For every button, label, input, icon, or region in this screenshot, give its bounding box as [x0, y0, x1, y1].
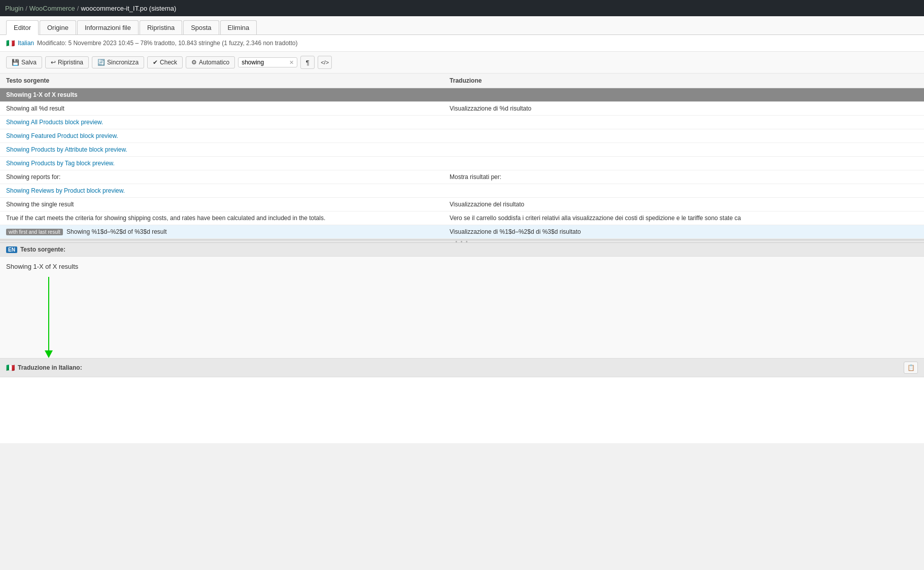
tab-info-file[interactable]: Informazioni file [77, 20, 139, 34]
tab-editor[interactable]: Editor [6, 20, 39, 35]
check-label: Check [160, 59, 177, 66]
copy-icon: 📋 [907, 364, 915, 371]
row-source-text: Showing All Products block preview. [0, 116, 443, 129]
table-row[interactable]: Showing Products by Attribute block prev… [0, 143, 924, 157]
row-source-text: Showing the single result [0, 198, 443, 211]
translation-flag: 🇮🇹 [6, 364, 15, 372]
translation-header-left: 🇮🇹 Traduzione in Italiano: [6, 364, 82, 372]
row-header-text: Showing 1-X of X results [0, 88, 924, 102]
row-source-text: Showing Products by Tag block preview. [0, 157, 443, 170]
table-row[interactable]: Showing All Products block preview. [0, 116, 924, 129]
row-source-text: Showing Reviews by Product block preview… [0, 184, 443, 198]
row-translation-text [443, 157, 924, 170]
restore-label: Ripristina [58, 59, 83, 66]
table-row[interactable]: Showing Products by Tag block preview. [0, 157, 924, 170]
sync-icon: 🔄 [97, 59, 105, 66]
search-box: ✕ [238, 57, 297, 67]
copy-translation-button[interactable]: 📋 [904, 362, 918, 374]
table-row[interactable]: Showing Reviews by Product block preview… [0, 184, 924, 198]
row-source-text: Showing all %d result [0, 102, 443, 116]
col-header-translation: Traduzione [443, 74, 924, 88]
source-link[interactable]: Showing Reviews by Product block preview… [6, 187, 125, 194]
flag-icon: 🇮🇹 [6, 39, 15, 47]
row-translation-text: Visualizzazione di %d risultato [443, 102, 924, 116]
save-button[interactable]: 💾 Salva [6, 56, 42, 68]
auto-label: Automatico [199, 59, 229, 66]
translation-panel-label: Traduzione in Italiano: [18, 364, 82, 371]
table-row[interactable]: Showing reports for: Mostra risultati pe… [0, 170, 924, 184]
row-translation-text [443, 129, 924, 143]
source-link[interactable]: Showing Products by Attribute block prev… [6, 146, 127, 153]
table-row[interactable]: Showing the single result Visualizzazion… [0, 198, 924, 211]
row-source-text: with first and last result Showing %1$d–… [0, 225, 443, 239]
breadcrumb-file: woocommerce-it_IT.po (sistema) [81, 5, 176, 12]
col-header-source: Testo sorgente [0, 74, 443, 88]
source-panel-header: EN Testo sorgente: [0, 243, 924, 257]
table-row[interactable]: with first and last result Showing %1$d–… [0, 225, 924, 239]
tab-ripristina[interactable]: Ripristina [140, 20, 182, 34]
bottom-panel: • • • EN Testo sorgente: Showing 1-X of … [0, 239, 924, 443]
save-icon: 💾 [12, 59, 19, 66]
translation-text-area[interactable] [0, 377, 924, 443]
language-name: Italian [18, 40, 34, 47]
tag-badge: with first and last result [6, 229, 63, 235]
check-button[interactable]: ✔ Check [147, 56, 183, 68]
svg-marker-1 [45, 350, 53, 358]
sync-button[interactable]: 🔄 Sincronizza [92, 56, 144, 68]
breadcrumb: Plugin / WooCommerce / woocommerce-it_IT… [5, 5, 176, 12]
tab-origine[interactable]: Origine [40, 20, 76, 34]
code-toggle-button[interactable]: </> [318, 56, 332, 69]
save-label: Salva [21, 59, 37, 66]
check-icon: ✔ [153, 59, 158, 66]
source-text-area: Showing 1-X of X results [0, 257, 924, 358]
toolbar: 💾 Salva ↩ Ripristina 🔄 Sincronizza ✔ Che… [0, 52, 924, 74]
row-translation-text: Mostra risultati per: [443, 170, 924, 184]
row-translation-text [443, 143, 924, 157]
row-source-main: Showing %1$d–%2$d of %3$d result [66, 228, 166, 235]
row-translation-text: Visualizzazione di %1$d–%2$d di %3$d ris… [443, 225, 924, 239]
row-source-text: Showing reports for: [0, 170, 443, 184]
search-clear-button[interactable]: ✕ [289, 59, 294, 66]
row-translation-text: Vero se il carrello soddisfa i criteri r… [443, 211, 924, 225]
search-input[interactable] [242, 59, 287, 66]
file-details: Modificato: 5 Novembre 2023 10:45 – 78% … [37, 40, 297, 47]
tabs-bar: Editor Origine Informazioni file Riprist… [0, 16, 924, 35]
sync-label: Sincronizza [107, 59, 139, 66]
main-content: Editor Origine Informazioni file Riprist… [0, 16, 924, 443]
breadcrumb-woocommerce[interactable]: WooCommerce [29, 5, 75, 12]
auto-button[interactable]: ⚙ Automatico [186, 56, 235, 68]
paragraph-toggle-button[interactable]: ¶ [300, 56, 315, 69]
restore-button[interactable]: ↩ Ripristina [45, 56, 89, 68]
translations-table: Testo sorgente Traduzione Showing 1-X of… [0, 74, 924, 239]
breadcrumb-plugin[interactable]: Plugin [5, 5, 23, 12]
source-link[interactable]: Showing Featured Product block preview. [6, 132, 118, 139]
row-source-text: Showing Products by Attribute block prev… [0, 143, 443, 157]
top-bar: Plugin / WooCommerce / woocommerce-it_IT… [0, 0, 924, 16]
auto-icon: ⚙ [191, 59, 197, 66]
restore-icon: ↩ [51, 59, 56, 66]
table-row[interactable]: True if the cart meets the criteria for … [0, 211, 924, 225]
breadcrumb-sep2: / [77, 5, 79, 12]
green-arrow-indicator [45, 277, 53, 360]
source-text: Showing 1-X of X results [6, 263, 78, 270]
row-source-text: Showing Featured Product block preview. [0, 129, 443, 143]
divider-dots: • • • [455, 239, 468, 244]
file-info: 🇮🇹 Italian Modificato: 5 Novembre 2023 1… [0, 35, 924, 52]
source-link[interactable]: Showing Products by Tag block preview. [6, 160, 115, 167]
source-panel-label: Testo sorgente: [20, 246, 65, 253]
row-translation-text: Visualizzazione del risultato [443, 198, 924, 211]
source-link[interactable]: Showing All Products block preview. [6, 119, 103, 126]
row-translation-text [443, 116, 924, 129]
row-source-text: True if the cart meets the criteria for … [0, 211, 443, 225]
row-translation-text [443, 184, 924, 198]
en-badge: EN [6, 246, 17, 253]
tab-sposta[interactable]: Sposta [183, 20, 219, 34]
table-row[interactable]: Showing 1-X of X results [0, 88, 924, 102]
breadcrumb-sep1: / [25, 5, 27, 12]
table-row[interactable]: Showing all %d result Visualizzazione di… [0, 102, 924, 116]
tab-elimina[interactable]: Elimina [220, 20, 257, 34]
table-row[interactable]: Showing Featured Product block preview. [0, 129, 924, 143]
translation-panel-header: 🇮🇹 Traduzione in Italiano: 📋 [0, 358, 924, 377]
